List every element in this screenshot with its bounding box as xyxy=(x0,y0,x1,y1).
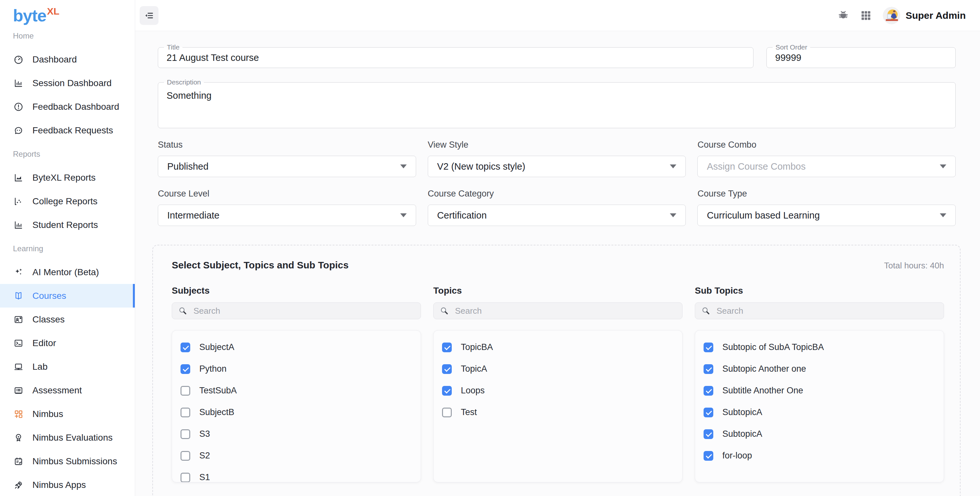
chevron-down-icon xyxy=(400,165,407,168)
topic-row[interactable]: Test xyxy=(442,401,682,423)
topic-row[interactable]: TopicBA xyxy=(442,336,682,358)
sidebar-item-college-reports[interactable]: College Reports xyxy=(0,189,135,213)
avatar[interactable] xyxy=(883,7,900,24)
course-category-group: Course Category Certification xyxy=(428,189,686,226)
checkbox-label: Test xyxy=(461,407,477,417)
sidebar-item-classes[interactable]: Classes xyxy=(0,307,135,331)
topic-row[interactable]: TopicA xyxy=(442,358,682,380)
sidebar-item-bytexl-reports[interactable]: ByteXL Reports xyxy=(0,166,135,189)
select-row-1: Status Published View Style V2 (New topi… xyxy=(158,140,956,177)
checkbox[interactable] xyxy=(703,364,713,374)
app-root: byte XL Home Dashboard Session Dashboard… xyxy=(0,0,980,496)
sidebar-item-nimbus-evaluations[interactable]: Nimbus Evaluations xyxy=(0,426,135,449)
sidebar-nav: Home Dashboard Session Dashboard Feedbac… xyxy=(0,24,135,496)
subtopic-row[interactable]: SubtopicA xyxy=(703,401,944,423)
topic-row[interactable]: Loops xyxy=(442,380,682,401)
subject-row[interactable]: SubjectA xyxy=(180,336,421,358)
sidebar-item-label: Dashboard xyxy=(32,54,77,65)
sidebar-item-student-reports[interactable]: Student Reports xyxy=(0,213,135,237)
course-level-select[interactable]: Intermediate xyxy=(158,204,416,226)
logo-sup: XL xyxy=(47,6,59,16)
course-category-select[interactable]: Certification xyxy=(428,204,686,226)
checkbox[interactable] xyxy=(442,364,452,374)
title-input[interactable] xyxy=(158,48,753,68)
gauge-icon xyxy=(13,54,24,65)
subject-row[interactable]: TestSubA xyxy=(180,380,421,401)
top-right-tools: Super Admin xyxy=(837,7,966,24)
title-row: Title Sort Order xyxy=(158,47,956,68)
subtopics-list: Subtopic of SubA TopicBA Subtopic Anothe… xyxy=(695,330,944,482)
checkbox-label: SubtopicA xyxy=(722,407,762,417)
subject-row[interactable]: SubjectB xyxy=(180,401,421,423)
user-name[interactable]: Super Admin xyxy=(905,10,966,21)
subject-row[interactable]: S3 xyxy=(180,423,421,445)
sidebar-item-dashboard[interactable]: Dashboard xyxy=(0,48,135,71)
subtopic-row[interactable]: Subtopic of SubA TopicBA xyxy=(703,336,944,358)
subjects-title: Subjects xyxy=(172,285,421,296)
subtopic-row[interactable]: Subtitle Another One xyxy=(703,380,944,401)
course-combo-select[interactable]: Assign Course Combos xyxy=(697,156,956,177)
checkbox[interactable] xyxy=(180,364,190,374)
subject-row[interactable]: S2 xyxy=(180,445,421,466)
sidebar-item-editor[interactable]: Editor xyxy=(0,331,135,355)
area-chart-icon xyxy=(13,172,24,183)
subject-row[interactable]: S1 xyxy=(180,466,421,482)
open-book-icon xyxy=(13,290,24,301)
subtopic-row[interactable]: Subtopic Another one xyxy=(703,358,944,380)
checkbox[interactable] xyxy=(180,451,190,461)
course-type-group: Course Type Curriculum based Learning xyxy=(697,189,956,226)
subtopics-search-input[interactable] xyxy=(716,306,938,316)
checkbox-label: Loops xyxy=(461,386,485,396)
status-select[interactable]: Published xyxy=(158,156,416,177)
description-input[interactable]: Something xyxy=(158,82,955,128)
subject-row[interactable]: Python xyxy=(180,358,421,380)
subtopic-row[interactable]: for-loop xyxy=(703,445,944,466)
apps-grid-icon[interactable] xyxy=(859,9,872,22)
checkbox[interactable] xyxy=(180,473,190,482)
checkbox[interactable] xyxy=(703,407,713,417)
checkbox[interactable] xyxy=(442,407,452,417)
sidebar-item-nimbus[interactable]: Nimbus xyxy=(0,402,135,426)
list-card-icon xyxy=(13,385,24,396)
sidebar: byte XL Home Dashboard Session Dashboard… xyxy=(0,0,135,496)
checkbox[interactable] xyxy=(180,407,190,417)
checkbox[interactable] xyxy=(442,386,452,396)
checkbox[interactable] xyxy=(703,429,713,439)
award-ribbon-icon xyxy=(13,432,24,443)
sidebar-item-assessment[interactable]: Assessment xyxy=(0,379,135,402)
sidebar-item-feedback-dashboard[interactable]: Feedback Dashboard xyxy=(0,95,135,119)
sidebar-item-label: Classes xyxy=(32,314,65,325)
checkbox[interactable] xyxy=(442,342,452,352)
topics-title: Topics xyxy=(433,285,682,296)
course-combo-group: Course Combo Assign Course Combos xyxy=(697,140,956,177)
topics-column: Topics TopicBA xyxy=(433,285,682,482)
sidebar-item-session-dashboard[interactable]: Session Dashboard xyxy=(0,71,135,95)
sidebar-item-ai-mentor[interactable]: AI Mentor (Beta) xyxy=(0,260,135,284)
checkbox-label: SubtopicA xyxy=(722,429,762,439)
sidebar-item-label: ByteXL Reports xyxy=(32,173,95,183)
checkbox[interactable] xyxy=(703,386,713,396)
checkbox-label: Python xyxy=(199,364,226,374)
course-form: Title Sort Order Description Something S… xyxy=(135,31,980,496)
topics-search-input[interactable] xyxy=(454,306,676,316)
checkbox[interactable] xyxy=(180,429,190,439)
sidebar-item-courses[interactable]: Courses xyxy=(0,284,135,307)
sidebar-item-lab[interactable]: Lab xyxy=(0,355,135,379)
course-type-select[interactable]: Curriculum based Learning xyxy=(697,204,956,226)
search-icon xyxy=(439,306,449,316)
calendar-check-icon xyxy=(13,456,24,467)
checkbox[interactable] xyxy=(180,386,190,396)
sidebar-item-nimbus-apps[interactable]: Nimbus Apps xyxy=(0,473,135,496)
subtopic-row[interactable]: SubtopicA xyxy=(703,423,944,445)
checkbox[interactable] xyxy=(180,342,190,352)
sidebar-item-feedback-requests[interactable]: Feedback Requests xyxy=(0,119,135,142)
sort-order-field: Sort Order xyxy=(767,47,956,68)
checkbox[interactable] xyxy=(703,342,713,352)
bug-icon[interactable] xyxy=(837,9,850,22)
main-area: Super Admin Title Sort Order Description… xyxy=(135,0,980,496)
subjects-search-input[interactable] xyxy=(193,306,415,316)
view-style-select[interactable]: V2 (New topics style) xyxy=(428,156,686,177)
checkbox[interactable] xyxy=(703,451,713,461)
sidebar-item-nimbus-submissions[interactable]: Nimbus Submissions xyxy=(0,449,135,473)
sidebar-toggle-button[interactable] xyxy=(140,6,159,25)
